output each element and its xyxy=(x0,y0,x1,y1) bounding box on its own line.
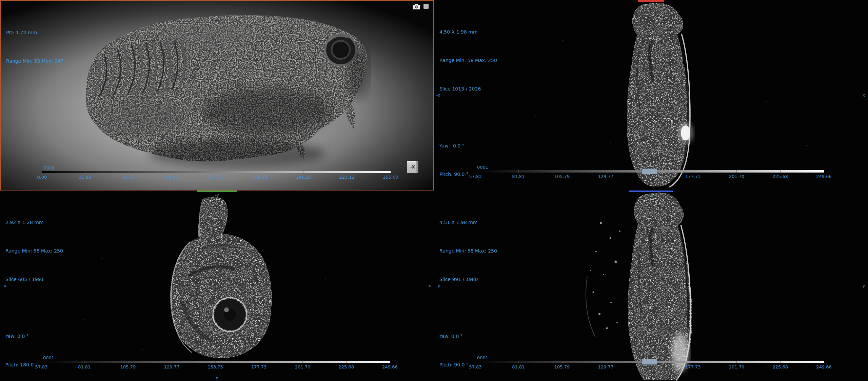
orientation-line xyxy=(197,190,237,192)
range-info: Range Min: 58 Max: 250 xyxy=(439,56,497,65)
dataset-label: 0001 xyxy=(477,165,488,170)
tick-label: 225.68 xyxy=(773,174,788,179)
tick-label: 249.66 xyxy=(816,174,832,179)
cube-face-label: -X xyxy=(410,164,415,169)
tick-label: 105.79 xyxy=(554,174,570,179)
intensity-scalebar[interactable] xyxy=(41,171,391,173)
window-level-handle[interactable] xyxy=(642,168,657,174)
slice-info: 2.92 X 1.28 mm Range Min: 58 Max: 250 Sl… xyxy=(5,199,63,381)
axis-label-top: -z xyxy=(649,2,653,7)
tick-label: 191.25 xyxy=(296,175,311,180)
render-info: PD: 1.72 mm Range Min: 53 Max: 247 xyxy=(6,9,64,85)
slice-image[interactable] xyxy=(0,190,434,381)
slice-info: 4.51 X 1.98 mm Range Min: 58 Max: 250 Sl… xyxy=(439,199,497,381)
yaw-value: Yaw: 0.0 ° xyxy=(5,332,63,341)
slice-info: 4.50 X 1.98 mm Range Min: 58 Max: 250 Sl… xyxy=(439,8,497,190)
thumbnail-icon[interactable] xyxy=(423,4,429,9)
orientation-line xyxy=(638,0,664,2)
orientation-line xyxy=(629,190,673,192)
axis-label-bottom: y xyxy=(216,375,218,380)
tick-label: 57.83 xyxy=(35,364,47,369)
viewport-slice-xz[interactable]: -z -x x 4.50 X 1.98 mm Range Min: 58 Max… xyxy=(434,0,868,190)
tick-label: 177.73 xyxy=(685,364,701,369)
scalebar-ticks: 57.83 81.81 105.79 129.77 153.75 177.73 … xyxy=(434,364,868,370)
dataset-label: 0001 xyxy=(43,355,54,360)
tick-label: 223.12 xyxy=(339,175,355,180)
tick-label: 57.83 xyxy=(469,364,481,369)
camera-icon[interactable] xyxy=(412,3,420,10)
slice-index: Slice 605 / 1991 xyxy=(5,275,63,284)
tick-label: 249.66 xyxy=(382,364,398,369)
window-level-handle[interactable] xyxy=(642,359,657,365)
viewport-slice-xy[interactable]: -y -x x y 2.92 X 1.28 mm Range Min: 58 M… xyxy=(0,190,434,381)
tick-label: 225.68 xyxy=(339,364,354,369)
axis-label-right: x xyxy=(863,93,865,98)
axis-label-top: -z xyxy=(649,193,653,198)
fov-size: 4.51 X 1.98 mm xyxy=(439,218,497,227)
tick-label: 129.77 xyxy=(598,174,614,179)
tick-label: 31.88 xyxy=(79,175,91,180)
scalebar-ticks: 57.83 81.81 105.79 129.77 153.75 177.73 … xyxy=(434,174,868,180)
dataset-label: 0001 xyxy=(477,355,488,360)
slice-index: Slice 991 / 1980 xyxy=(439,275,497,284)
viewport-toolbar xyxy=(412,3,429,10)
tick-label: 177.73 xyxy=(251,364,267,369)
tick-label: 129.77 xyxy=(598,364,614,369)
tick-label: 129.77 xyxy=(164,364,180,369)
tick-label: 57.83 xyxy=(469,174,481,179)
tick-label: 63.75 xyxy=(122,175,135,180)
tick-label: 249.66 xyxy=(816,364,832,369)
range-info: Range Min: 58 Max: 250 xyxy=(5,246,63,256)
tick-label: 0.00 xyxy=(37,175,47,180)
intensity-scalebar[interactable] xyxy=(41,361,390,363)
viewer-grid: PD: 1.72 mm Range Min: 53 Max: 247 0001 … xyxy=(0,0,868,381)
fov-size: 4.50 X 1.98 mm xyxy=(439,27,497,37)
orientation-cube[interactable]: -X xyxy=(407,161,418,173)
volume-render-image[interactable] xyxy=(1,1,433,190)
range-info: Range Min: 53 Max: 247 xyxy=(6,56,64,66)
fov-size: 2.92 X 1.28 mm xyxy=(5,218,63,227)
tick-label: 201.70 xyxy=(295,364,311,369)
tick-label: 81.81 xyxy=(78,364,91,369)
tick-label: 95.62 xyxy=(166,175,179,180)
slice-image[interactable] xyxy=(434,0,868,190)
tick-label: 81.81 xyxy=(512,364,525,369)
tick-label: 105.79 xyxy=(554,364,570,369)
dataset-label: 0001 xyxy=(44,165,55,171)
slice-index: Slice 1013 / 2026 xyxy=(439,84,497,94)
tick-label: 225.68 xyxy=(773,364,788,369)
pixel-distance: PD: 1.72 mm xyxy=(6,28,64,37)
tick-label: 81.81 xyxy=(512,174,525,179)
tick-label: 153.75 xyxy=(208,364,223,369)
scalebar-ticks: 57.83 81.81 105.79 129.77 153.75 177.73 … xyxy=(0,364,434,370)
tick-label: 127.50 xyxy=(208,175,224,180)
yaw-value: Yaw: 0.0 ° xyxy=(439,332,497,341)
tick-label: 201.70 xyxy=(729,174,745,179)
viewport-3d-render[interactable]: PD: 1.72 mm Range Min: 53 Max: 247 0001 … xyxy=(0,0,434,190)
tick-label: 105.79 xyxy=(120,364,136,369)
slice-image[interactable] xyxy=(434,190,868,381)
axis-label-top: -y xyxy=(215,193,219,198)
axis-label-right: x xyxy=(429,283,431,288)
tick-label: 255.00 xyxy=(383,175,398,180)
tick-label: 159.38 xyxy=(252,175,268,180)
tick-label: 177.73 xyxy=(685,174,701,179)
scalebar-ticks: 0.00 31.88 63.75 95.62 127.50 159.38 191… xyxy=(1,175,434,181)
axis-label-right: y xyxy=(863,283,865,288)
yaw-value: Yaw: -0.0 ° xyxy=(439,141,497,151)
viewport-slice-yz[interactable]: -z -y y 4.51 X 1.98 mm Range Min: 58 Max… xyxy=(434,190,868,381)
range-info: Range Min: 58 Max: 250 xyxy=(439,246,497,256)
tick-label: 201.70 xyxy=(729,364,745,369)
